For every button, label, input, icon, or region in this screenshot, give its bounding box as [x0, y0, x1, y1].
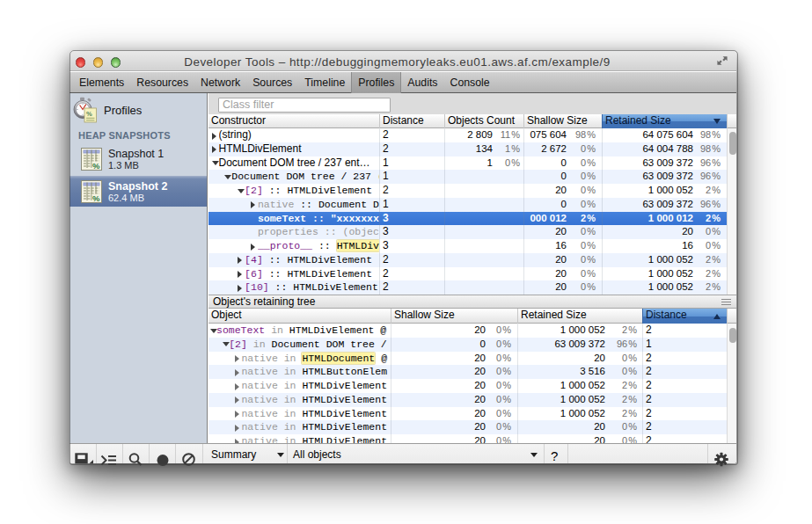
- svg-text:%: %: [92, 161, 100, 171]
- svg-text:%: %: [92, 193, 100, 203]
- svg-text:%: %: [86, 110, 92, 118]
